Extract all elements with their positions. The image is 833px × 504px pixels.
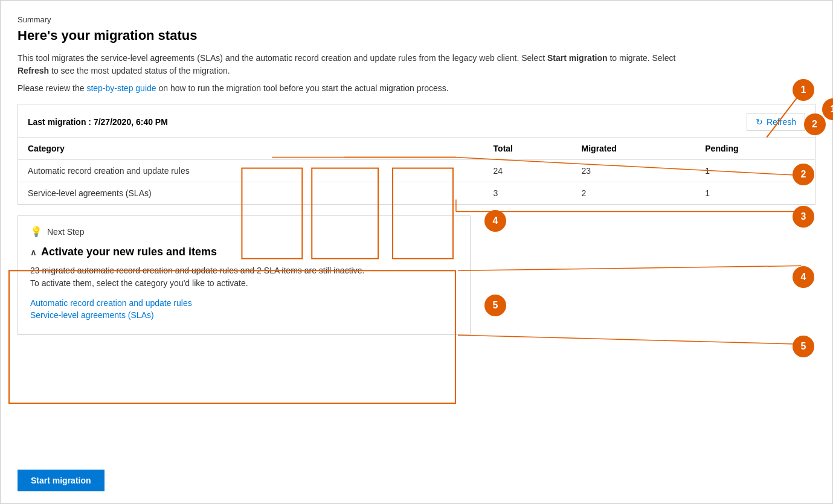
- pending-sla: 1: [695, 182, 815, 205]
- activate-description: 23 migrated automatic record creation an…: [30, 264, 458, 290]
- refresh-button[interactable]: ↻ Refresh: [747, 113, 805, 131]
- col-header-migrated: Migrated: [572, 138, 696, 160]
- refresh-icon: ↻: [756, 117, 763, 127]
- total-arc: 24: [484, 160, 572, 182]
- callout-circle-3: 3: [793, 206, 814, 228]
- callout-circle-1: 1: [793, 79, 814, 101]
- description-text: This tool migrates the service-level agr…: [18, 52, 682, 77]
- total-sla: 3: [484, 182, 572, 205]
- summary-label: Summary: [18, 15, 815, 24]
- activate-title: Activate your new rules and items: [41, 246, 217, 258]
- col-header-category: Category: [18, 138, 484, 160]
- step-by-step-guide-link[interactable]: step-by-step guide: [86, 83, 156, 93]
- bottom-bar: Start migration: [18, 460, 815, 491]
- lightbulb-icon: 💡: [30, 226, 42, 237]
- callout-5: 5: [484, 295, 506, 316]
- svg-line-10: [458, 266, 801, 270]
- start-migration-button[interactable]: Start migration: [18, 470, 105, 491]
- callout-circle-2: 2: [793, 164, 814, 185]
- next-step-label: Next Step: [47, 227, 84, 237]
- callout-2: 2: [804, 113, 826, 135]
- migration-table: Category Total 2 Migrated Pending Automa…: [18, 138, 815, 204]
- callout-4: 4: [484, 210, 506, 232]
- page-title: Here's your migration status: [18, 28, 815, 43]
- next-step-header: 💡 Next Step: [30, 226, 458, 237]
- guide-text: Please review the step-by-step guide on …: [18, 83, 815, 93]
- svg-line-11: [458, 335, 801, 344]
- category-arc: Automatic record creation and update rul…: [18, 160, 484, 182]
- table-row: Service-level agreements (SLAs) 3 2 1: [18, 182, 815, 205]
- activate-sla-link[interactable]: Service-level agreements (SLAs): [30, 310, 458, 320]
- migration-status-box: 1 Last migration : 7/27/2020, 6:40 PM ↻ …: [18, 104, 815, 205]
- callout-circle-5: 5: [793, 336, 814, 357]
- col-header-total: Total 2: [484, 138, 572, 160]
- migration-header: Last migration : 7/27/2020, 6:40 PM ↻ Re…: [18, 104, 815, 138]
- next-step-box: 4 5 💡 Next Step ∧ Activate your new rule…: [18, 215, 471, 335]
- activate-arc-link[interactable]: Automatic record creation and update rul…: [30, 298, 458, 308]
- callout-1: 1: [822, 98, 833, 120]
- last-migration-text: Last migration : 7/27/2020, 6:40 PM: [28, 117, 168, 127]
- callout-circle-4: 4: [793, 266, 814, 288]
- table-row: Automatic record creation and update rul…: [18, 160, 815, 182]
- category-sla: Service-level agreements (SLAs): [18, 182, 484, 205]
- activate-header: ∧ Activate your new rules and items: [30, 246, 458, 258]
- migrated-arc: 23: [572, 160, 696, 182]
- table-header-row: Category Total 2 Migrated Pending: [18, 138, 815, 160]
- refresh-label: Refresh: [767, 117, 796, 127]
- chevron-up-icon: ∧: [30, 247, 36, 257]
- col-header-pending: Pending: [695, 138, 815, 160]
- migrated-sla: 2: [572, 182, 696, 205]
